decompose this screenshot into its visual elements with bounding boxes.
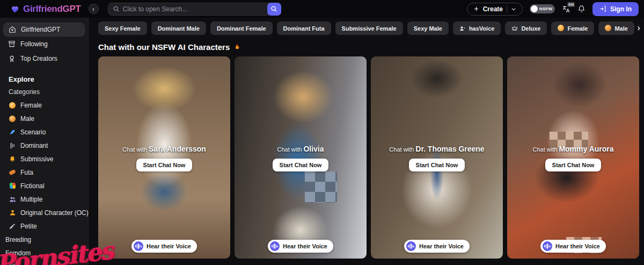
futa-icon — [9, 170, 16, 174]
sidebar-item-petite[interactable]: Petite — [0, 219, 88, 233]
card-title: Chat with Olivia — [235, 145, 367, 153]
start-chat-button[interactable]: Start Chat Now — [273, 159, 329, 171]
divider — [507, 5, 507, 13]
search-bar[interactable] — [108, 3, 281, 16]
chip-sexy-male[interactable]: Sexy Male — [407, 22, 449, 35]
sidebar-item-label: Top Creators — [20, 55, 57, 62]
login-icon — [599, 5, 606, 12]
tag-filter-bar: Sexy Female Dominant Male Dominant Femal… — [98, 22, 639, 35]
sidebar-item-girlfriendgpt[interactable]: GirlfriendGPT — [3, 23, 85, 37]
topbar-actions: Create NSFW EN — [467, 2, 639, 16]
brand[interactable]: GirlfriendGPT — [11, 4, 81, 15]
sidebar-item-femdom[interactable]: Femdom — [0, 246, 88, 260]
nsfw-toggle[interactable]: NSFW — [530, 4, 555, 13]
voice-wave-icon — [543, 241, 552, 251]
person-icon — [9, 209, 16, 216]
chip-female[interactable]: Female — [551, 22, 594, 35]
sign-in-label: Sign In — [610, 5, 632, 13]
character-card-grid: Chat with Sara Andersson Start Chat Now … — [98, 56, 639, 259]
sidebar-item-futa[interactable]: Futa — [0, 166, 88, 179]
card-title: Chat with Mommy Aurora — [507, 145, 639, 153]
chip-dominant-female[interactable]: Dominant Female — [210, 22, 273, 35]
sidebar-item-female[interactable]: Female — [0, 98, 88, 112]
archive-box-icon — [8, 40, 16, 48]
sidebar-item-dominant[interactable]: Dominant — [0, 139, 88, 152]
crown-icon — [511, 25, 518, 32]
chip-dominant-futa[interactable]: Dominant Futa — [277, 22, 331, 35]
card-title: Chat with Sara Andersson — [98, 145, 230, 153]
home-icon — [9, 26, 16, 33]
bell-icon — [9, 156, 16, 162]
chevron-down-icon[interactable] — [511, 6, 516, 12]
chip-dominant-male[interactable]: Dominant Male — [151, 22, 206, 35]
feather-icon — [9, 129, 16, 135]
language-badge: EN — [567, 2, 575, 7]
logo-heart-icon — [11, 5, 19, 13]
sidebar-item-following[interactable]: Following — [3, 37, 85, 51]
search-icon — [270, 5, 277, 12]
create-button[interactable]: Create — [467, 3, 523, 16]
sidebar: GirlfriendGPT Following Top Creators Exp… — [0, 18, 89, 265]
people-icon — [9, 196, 16, 203]
search-button[interactable] — [267, 3, 281, 16]
sidebar-item-fictional[interactable]: Fictional — [0, 179, 88, 192]
start-chat-button[interactable]: Start Chat Now — [136, 159, 193, 171]
chip-hasvoice[interactable]: hasVoice — [453, 22, 501, 35]
app-window: GirlfriendGPT ‹ Create — [0, 0, 644, 265]
award-icon — [8, 55, 16, 62]
flame-emoji-icon — [233, 43, 240, 51]
voice-wave-icon — [134, 241, 143, 251]
chip-deluxe[interactable]: Deluxe — [505, 22, 547, 35]
chains-icon — [9, 142, 16, 149]
voice-wave-icon — [270, 241, 280, 251]
sidebar-item-breeding[interactable]: Breeding — [0, 233, 88, 246]
female-emoji-icon — [9, 102, 16, 109]
character-card-sara[interactable]: Chat with Sara Andersson Start Chat Now … — [98, 56, 230, 259]
chip-male[interactable]: Male — [598, 22, 634, 35]
logo-text: GirlfriendGPT — [23, 4, 81, 15]
hear-voice-button[interactable]: Hear their Voice — [268, 240, 333, 253]
male-emoji-icon — [605, 25, 611, 32]
censor-mosaic — [305, 171, 337, 203]
start-chat-button[interactable]: Start Chat Now — [545, 159, 602, 171]
sidebar-collapse-button[interactable]: ‹ — [89, 4, 99, 14]
sidebar-item-submissive[interactable]: Submissive — [0, 152, 88, 166]
voice-icon — [459, 25, 466, 32]
hear-voice-button[interactable]: Hear their Voice — [540, 240, 606, 253]
character-card-olivia[interactable]: Chat with Olivia Start Chat Now Hear the… — [235, 56, 367, 259]
sidebar-item-top-creators[interactable]: Top Creators — [3, 52, 85, 66]
notifications-bell-icon[interactable] — [577, 5, 586, 13]
chip-submissive-female[interactable]: Submissive Female — [335, 22, 403, 35]
female-emoji-icon — [558, 25, 564, 32]
nsfw-toggle-label: NSFW — [539, 6, 552, 11]
male-emoji-icon — [9, 116, 16, 122]
language-button[interactable]: EN — [562, 5, 570, 13]
character-card-aurora[interactable]: Chat with Mommy Aurora Start Chat Now He… — [507, 56, 639, 259]
sidebar-item-milf[interactable]: Milf — [0, 260, 88, 265]
sidebar-item-original-character[interactable]: Original Character (OC) — [0, 206, 88, 219]
hear-voice-button[interactable]: Hear their Voice — [131, 240, 197, 253]
character-name: Mommy Aurora — [559, 145, 613, 153]
chevron-right-icon[interactable]: › — [637, 23, 640, 33]
character-name: Olivia — [303, 145, 324, 153]
sidebar-item-label: GirlfriendGPT — [21, 26, 60, 33]
character-name: Dr. Thomas Greene — [415, 145, 484, 153]
search-icon — [113, 5, 120, 12]
search-input[interactable] — [123, 5, 264, 13]
voice-wave-icon — [406, 241, 416, 251]
sidebar-item-male[interactable]: Male — [0, 112, 88, 125]
start-chat-button[interactable]: Start Chat Now — [409, 159, 465, 171]
sidebar-item-scenario[interactable]: Scenario — [0, 125, 88, 139]
sidebar-item-label: Following — [20, 40, 48, 48]
page-title: Chat with our NSFW AI Characters — [98, 42, 639, 52]
card-title: Chat with Dr. Thomas Greene — [371, 145, 503, 153]
hear-voice-button[interactable]: Hear their Voice — [404, 240, 470, 253]
pencil-icon — [9, 223, 16, 230]
explore-header: Explore — [0, 73, 88, 85]
sidebar-item-categories[interactable]: Categories — [0, 85, 88, 98]
sidebar-item-multiple[interactable]: Multiple — [0, 192, 88, 206]
chip-sexy-female[interactable]: Sexy Female — [98, 22, 147, 35]
sign-in-button[interactable]: Sign In — [592, 2, 639, 16]
character-card-thomas[interactable]: Chat with Dr. Thomas Greene Start Chat N… — [371, 56, 503, 259]
topbar: GirlfriendGPT ‹ Create — [0, 0, 644, 18]
